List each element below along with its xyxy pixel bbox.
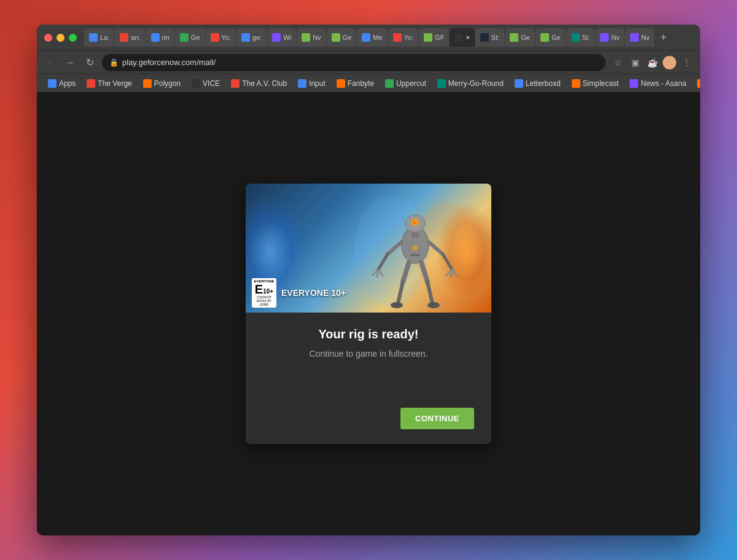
bookmark-asana[interactable]: News - Asana [625, 77, 691, 90]
lock-icon: 🔒 [109, 58, 119, 67]
bookmark-simplecast[interactable]: Simplecast [567, 77, 624, 90]
tab-9[interactable]: Ge [327, 28, 357, 47]
tab-1[interactable]: La: [84, 28, 114, 47]
tab-label-5: Yo: [222, 34, 232, 41]
tab-label-3: rin [162, 34, 170, 41]
menu-icon[interactable]: ⋮ [679, 55, 694, 70]
esrb-content-label: CONTENT RATED BY ESRB [253, 295, 275, 306]
esrb-badge: EVERYONE E 10+ CONTENT RATED BY ESRB EVE… [252, 278, 346, 308]
bookmark-label-fanbyte: Fanbyte [348, 79, 374, 88]
minimize-button[interactable] [57, 34, 64, 42]
rig-ready-title: Your rig is ready! [260, 327, 477, 341]
bookmark-label-merrygoround: Merry-Go-Round [448, 79, 504, 88]
reading-mode-icon[interactable]: ▣ [628, 55, 642, 70]
bookmark-avclub[interactable]: The A.V. Club [226, 77, 292, 90]
svg-point-22 [391, 302, 403, 308]
tab-favicon-8 [302, 33, 310, 42]
tab-label-8: Nv [313, 34, 321, 41]
bookmark-vice[interactable]: VICE [187, 77, 225, 90]
tab-favicon-13 [454, 33, 463, 42]
bookmark-uppercut[interactable]: Uppercut [380, 77, 431, 90]
tab-label-6: ge: [252, 34, 262, 41]
tab-favicon-14 [480, 33, 489, 42]
forward-button[interactable]: → [63, 55, 77, 70]
tab-7[interactable]: Wi [267, 28, 296, 47]
tab-favicon-6 [241, 33, 250, 42]
bookmark-label-apps: Apps [59, 79, 76, 88]
tab-12[interactable]: GF [419, 28, 449, 47]
tab-label-4: Ge [191, 34, 200, 41]
maximize-button[interactable] [69, 34, 77, 42]
tab-3[interactable]: rin [146, 28, 174, 47]
tab-16[interactable]: Ge [536, 28, 566, 47]
tab-18[interactable]: Nv [595, 28, 624, 47]
back-button[interactable]: ← [43, 55, 58, 70]
bookmark-input[interactable]: Input [293, 77, 330, 90]
bookmark-merrygoround[interactable]: Merry-Go-Round [432, 77, 509, 90]
robot-illustration [341, 190, 477, 313]
bookmark-star-icon[interactable]: ☆ [610, 55, 625, 70]
bookmark-favicon-avclub [231, 79, 240, 88]
bookmark-label-letterboxd: Letterboxd [526, 79, 561, 88]
bookmark-fanbyte[interactable]: Fanbyte [332, 77, 379, 90]
bookmark-label-polygon: Polygon [154, 79, 181, 88]
tab-label-12: GF [435, 34, 444, 41]
tab-14[interactable]: St: [475, 28, 504, 47]
tab-favicon-18 [600, 33, 609, 42]
tab-favicon-2 [120, 33, 128, 42]
continue-button[interactable]: CONTINUE [400, 408, 474, 429]
new-tab-button[interactable]: + [655, 29, 672, 46]
tab-favicon-5 [211, 33, 219, 42]
tab-favicon-3 [151, 33, 160, 42]
bookmark-label-theverge: The Verge [98, 79, 131, 88]
svg-point-5 [413, 220, 417, 224]
tab-label-13: × [466, 34, 469, 41]
bookmark-letterboxd[interactable]: Letterboxd [510, 77, 566, 90]
tab-17[interactable]: Si: [566, 28, 595, 47]
game-modal: EVERYONE E 10+ CONTENT RATED BY ESRB EVE… [246, 184, 491, 444]
tab-8[interactable]: Nv [297, 28, 326, 47]
tab-15[interactable]: Ge [505, 28, 535, 47]
bookmark-favicon-letterboxd [515, 79, 523, 88]
tab-label-16: Ge [552, 34, 561, 41]
tab-favicon-7 [272, 33, 281, 42]
tab-6[interactable]: ge: [236, 28, 267, 47]
tab-label-9: Ge [343, 34, 352, 41]
bookmark-favicon-fanbyte [337, 79, 345, 88]
bookmark-chorus[interactable]: Chorus [692, 77, 700, 90]
profile-icon[interactable] [662, 55, 677, 70]
bookmark-favicon-polygon [143, 79, 152, 88]
toolbar-actions: ☆ ▣ ☕ ⋮ [610, 55, 694, 70]
address-bar[interactable]: 🔒 play.geforcenow.com/mall/ [102, 54, 606, 71]
bookmark-favicon-merrygoround [437, 79, 446, 88]
bookmark-favicon-apps [48, 79, 57, 88]
tab-4[interactable]: Ge [175, 28, 205, 47]
tab-favicon-12 [424, 33, 432, 42]
tab-label-14: St: [491, 34, 499, 41]
page-content: EVERYONE E 10+ CONTENT RATED BY ESRB EVE… [37, 92, 700, 535]
tab-favicon-19 [630, 33, 639, 42]
tab-10[interactable]: Me [357, 28, 387, 47]
tab-label-11: Yo: [404, 34, 414, 41]
bookmark-favicon-asana [630, 79, 638, 88]
tab-label-18: Nv [611, 34, 619, 41]
tab-favicon-11 [393, 33, 402, 42]
tab-11[interactable]: Yo: [388, 28, 419, 47]
bookmark-theverge[interactable]: The Verge [82, 77, 136, 90]
bookmark-favicon-vice [192, 79, 200, 88]
extensions-icon[interactable]: ☕ [645, 55, 660, 70]
bookmark-polygon[interactable]: Polygon [138, 77, 185, 90]
tab-favicon-17 [571, 33, 580, 42]
tab-5[interactable]: Yo: [206, 28, 236, 47]
esrb-rating-letter: E [255, 283, 263, 295]
close-button[interactable] [44, 34, 52, 42]
bookmark-apps[interactable]: Apps [43, 77, 80, 90]
reload-button[interactable]: ↻ [82, 55, 97, 70]
bookmark-label-uppercut: Uppercut [396, 79, 426, 88]
tab-13-active[interactable]: × [450, 28, 474, 47]
tab-19[interactable]: Nv [625, 28, 654, 47]
rig-ready-subtitle: Continue to game in fullscreen. [260, 349, 477, 359]
navigation-toolbar: ← → ↻ 🔒 play.geforcenow.com/mall/ ☆ ▣ ☕ … [37, 50, 700, 74]
esrb-rating-plus: 10+ [263, 288, 273, 295]
tab-2[interactable]: an: [115, 28, 145, 47]
